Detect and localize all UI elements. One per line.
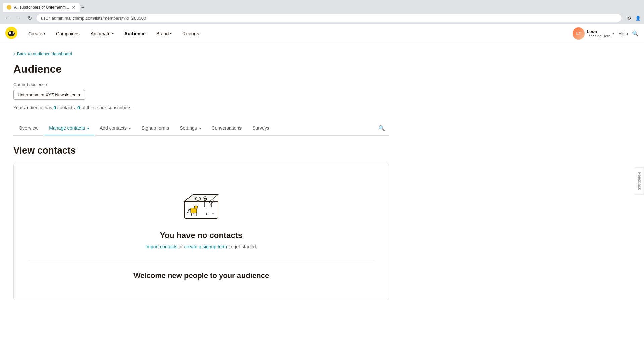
tab-title: All subscribers of Unternehm... [14, 5, 69, 10]
nav-item-campaigns[interactable]: Campaigns [51, 24, 85, 43]
breadcrumb-arrow-icon: ‹ [13, 51, 15, 56]
svg-point-21 [213, 213, 214, 214]
empty-state-subtitle: Import contacts or create a signup form … [27, 244, 375, 249]
new-tab-button[interactable]: + [80, 3, 86, 12]
app-navbar: Create ▾ Campaigns Automate ▾ Audience B… [0, 24, 644, 43]
import-contacts-link[interactable]: Import contacts [145, 244, 177, 249]
active-tab[interactable]: All subscribers of Unternehm... ✕ [3, 3, 80, 12]
current-audience-section: Current audience Unternehmen XYZ Newslet… [13, 82, 389, 100]
tab-favicon [7, 5, 11, 10]
audience-selector[interactable]: Unternehmen XYZ Newsletter ▾ [13, 90, 85, 100]
nav-item-brand[interactable]: Brand ▾ [151, 24, 177, 43]
svg-point-4 [10, 32, 11, 34]
create-chevron-icon: ▾ [44, 32, 45, 35]
svg-point-5 [12, 32, 13, 34]
svg-point-20 [206, 213, 207, 215]
welcome-title: Welcome new people to your audience [27, 271, 375, 280]
add-contacts-chevron-icon: ▾ [129, 127, 131, 130]
subnav-item-manage-contacts[interactable]: Manage contacts ▾ [44, 121, 94, 135]
sub-nav: Overview Manage contacts ▾ Add contacts … [13, 121, 389, 136]
page-title: Audience [13, 63, 389, 75]
help-link[interactable]: Help [618, 31, 628, 36]
audience-chevron-icon: ▾ [78, 92, 81, 97]
main-content: ‹ Back to audience dashboard Audience Cu… [0, 43, 402, 308]
user-info: Leon Teaching Hero [587, 29, 610, 38]
nav-item-automate[interactable]: Automate ▾ [85, 24, 119, 43]
subnav-item-surveys[interactable]: Surveys [247, 121, 275, 135]
search-icon[interactable]: 🔍 [632, 30, 639, 37]
view-contacts-title: View contacts [13, 145, 389, 156]
feedback-tab[interactable]: Feedback [635, 167, 644, 195]
address-bar-row: ← → ↻ us17.admin.mailchimp.com/lists/mem… [0, 12, 644, 24]
url-text: us17.admin.mailchimp.com/lists/members/?… [41, 16, 146, 21]
breadcrumb-label: Back to audience dashboard [17, 51, 72, 56]
subscribers-count: 0 [77, 105, 80, 110]
refresh-button[interactable]: ↻ [25, 14, 34, 23]
subnav-search-icon[interactable]: 🔍 [374, 121, 389, 135]
svg-point-22 [187, 212, 189, 213]
extensions-icon[interactable]: ⚙ [626, 15, 633, 21]
browser-icons: ⚙ 👤 [626, 15, 641, 21]
svg-point-6 [10, 33, 10, 33]
subnav-item-conversations[interactable]: Conversations [206, 121, 247, 135]
current-audience-label: Current audience [13, 82, 389, 87]
subnav-item-signup-forms[interactable]: Signup forms [136, 121, 174, 135]
subnav-item-add-contacts[interactable]: Add contacts ▾ [94, 121, 136, 135]
avatar: LT [573, 27, 585, 40]
svg-point-1 [8, 31, 15, 36]
user-chevron-icon[interactable]: ▾ [612, 32, 614, 35]
subnav-item-settings[interactable]: Settings ▾ [174, 121, 206, 135]
brand-chevron-icon: ▾ [170, 32, 172, 35]
automate-chevron-icon: ▾ [112, 32, 114, 35]
forward-button[interactable]: → [14, 14, 23, 22]
app-logo[interactable] [5, 27, 23, 40]
stats-text: Your audience has 0 contacts. 0 of these… [13, 105, 389, 110]
svg-point-15 [194, 206, 198, 209]
empty-state-card: You have no contacts Import contacts or … [13, 163, 389, 300]
nav-right: LT Leon Teaching Hero ▾ Help 🔍 [573, 27, 639, 40]
user-menu[interactable]: LT Leon Teaching Hero ▾ [573, 27, 614, 40]
contacts-count: 0 [53, 105, 56, 110]
welcome-section: Welcome new people to your audience [27, 260, 375, 280]
address-bar[interactable]: us17.admin.mailchimp.com/lists/members/?… [36, 14, 622, 22]
empty-state-title: You have no contacts [27, 231, 375, 240]
manage-contacts-chevron-icon: ▾ [87, 127, 89, 130]
svg-point-7 [13, 33, 13, 33]
empty-illustration [174, 183, 228, 220]
breadcrumb[interactable]: ‹ Back to audience dashboard [13, 51, 389, 56]
browser-chrome: All subscribers of Unternehm... ✕ + [0, 0, 644, 12]
user-role: Teaching Hero [587, 34, 610, 38]
audience-name: Unternehmen XYZ Newsletter [18, 92, 76, 97]
subnav-item-overview[interactable]: Overview [13, 121, 44, 135]
nav-items: Create ▾ Campaigns Automate ▾ Audience B… [23, 24, 573, 43]
settings-chevron-icon: ▾ [199, 127, 201, 130]
nav-item-create[interactable]: Create ▾ [23, 24, 51, 43]
user-name: Leon [587, 29, 610, 34]
nav-item-audience[interactable]: Audience [119, 24, 151, 43]
nav-item-reports[interactable]: Reports [177, 24, 204, 43]
back-button[interactable]: ← [3, 14, 12, 22]
tab-close-button[interactable]: ✕ [72, 5, 76, 10]
profile-icon[interactable]: 👤 [635, 15, 641, 21]
browser-tabs: All subscribers of Unternehm... ✕ + [3, 0, 86, 12]
create-signup-form-link[interactable]: create a signup form [184, 244, 227, 249]
